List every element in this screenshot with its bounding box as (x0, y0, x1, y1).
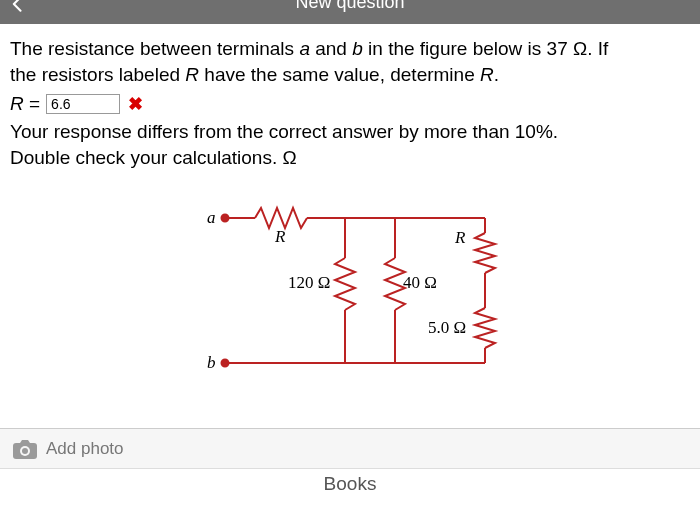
q-line1-mid: and (310, 38, 352, 59)
answer-eq: = (24, 93, 40, 114)
answer-input[interactable] (46, 94, 120, 114)
add-photo-button[interactable]: Add photo (0, 428, 700, 468)
label-b: b (207, 353, 216, 372)
camera-icon (12, 438, 38, 460)
svg-point-11 (222, 360, 229, 367)
page-title: New question (0, 0, 700, 13)
question-text: The resistance between terminals a and b… (10, 36, 690, 87)
fb-line1: Your response differs from the correct a… (10, 121, 558, 142)
label-40: 40 Ω (403, 273, 437, 292)
books-tab[interactable]: Books (324, 473, 377, 495)
label-5: 5.0 Ω (428, 318, 466, 337)
q-line2-end: . (494, 64, 499, 85)
q-line2-pre: the resistors labeled (10, 64, 185, 85)
answer-var: R (10, 93, 24, 114)
q-R2: R (480, 64, 494, 85)
fb-line2: Double check your calculations. Ω (10, 147, 297, 168)
q-b: b (352, 38, 363, 59)
label-120: 120 Ω (288, 273, 330, 292)
wrong-icon: ✖ (128, 92, 143, 116)
q-line1-pre: The resistance between terminals (10, 38, 299, 59)
feedback-text: Your response differs from the correct a… (10, 119, 690, 170)
q-a: a (299, 38, 310, 59)
label-R2: R (454, 228, 466, 247)
circuit-diagram: a b R R 120 Ω 40 Ω 5.0 Ω (185, 188, 515, 398)
svg-point-14 (22, 448, 28, 454)
label-R: R (274, 227, 286, 246)
q-line2-post: have the same value, determine (199, 64, 480, 85)
add-photo-label: Add photo (46, 439, 124, 459)
answer-lhs: R = (10, 91, 40, 117)
q-R: R (185, 64, 199, 85)
q-line1-post: in the figure below is 37 Ω. If (363, 38, 609, 59)
label-a: a (207, 208, 216, 227)
